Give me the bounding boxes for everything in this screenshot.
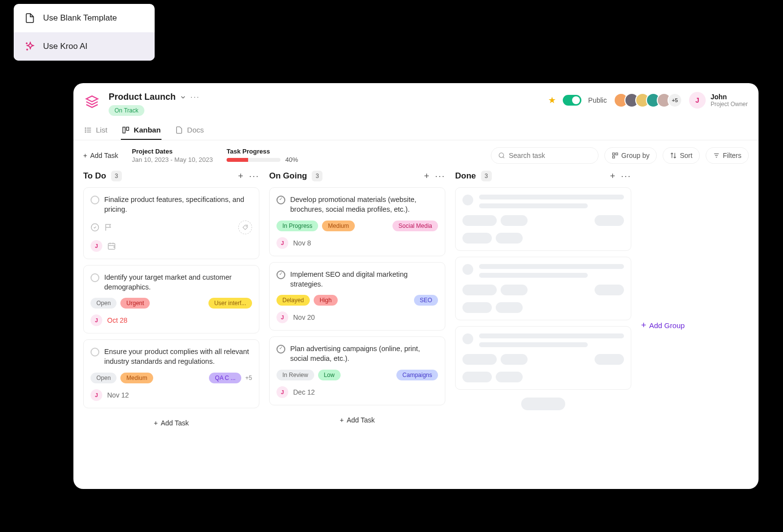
public-toggle[interactable]	[563, 95, 581, 106]
owner-name: John	[711, 93, 748, 101]
avatar-stack[interactable]: +5	[614, 93, 682, 108]
more-icon[interactable]: ···	[190, 93, 200, 102]
assignee-avatar[interactable]: J	[276, 386, 288, 398]
priority-tag: Medium	[322, 221, 355, 231]
label-tag: User interf...	[208, 298, 252, 309]
tab-docs-label: Docs	[187, 126, 204, 134]
label-tag: Social Media	[392, 221, 438, 231]
column-ongoing: On Going 3 + ··· Develop promotional mat…	[269, 171, 445, 479]
tab-list[interactable]: List	[83, 121, 108, 140]
assignee-avatar[interactable]: J	[91, 240, 102, 252]
task-progress: Task Progress 40%	[227, 148, 298, 163]
filters-button[interactable]: Filters	[706, 147, 749, 164]
column-add-task[interactable]: + Add Task	[269, 411, 445, 429]
task-date: Dec 12	[293, 388, 315, 396]
plus-icon: +	[154, 419, 158, 427]
status-tag: In Review	[276, 370, 314, 380]
task-card[interactable]: Implement SEO and digital marketing stra…	[269, 262, 445, 331]
task-checkbox[interactable]	[276, 270, 285, 279]
add-task-button[interactable]: + Add Task	[83, 152, 118, 159]
project-header: Product Launch ··· On Track ★ Public +5	[73, 83, 759, 116]
status-icon[interactable]	[91, 223, 99, 232]
status-chip: On Track	[109, 105, 144, 116]
task-card[interactable]: Plan advertising campaigns (online, prin…	[269, 336, 445, 405]
assignee-avatar[interactable]: J	[91, 314, 102, 326]
task-date: Nov 8	[293, 239, 311, 247]
priority-tag: Low	[318, 370, 341, 380]
app-window: Product Launch ··· On Track ★ Public +5	[73, 83, 759, 489]
project-dates-label: Project Dates	[132, 148, 213, 155]
assignee-avatar[interactable]: J	[276, 311, 288, 323]
search-input[interactable]	[509, 152, 591, 159]
chevron-down-icon[interactable]	[180, 94, 186, 101]
label-tag: SEO	[414, 295, 438, 306]
skeleton-card	[455, 257, 631, 320]
skeleton-card	[455, 187, 631, 251]
assignee-avatar[interactable]: J	[91, 389, 102, 401]
sort-button[interactable]: Sort	[663, 147, 700, 164]
grid-icon	[612, 152, 619, 159]
ai-template-label: Use Kroo AI	[43, 42, 88, 51]
column-add-task[interactable]: + Add Task	[83, 414, 259, 432]
svg-point-3	[85, 128, 86, 128]
owner-block[interactable]: J John Project Owner	[689, 92, 748, 109]
group-by-button[interactable]: Group by	[604, 147, 657, 164]
project-dates: Project Dates Jan 10, 2023 - May 10, 202…	[132, 148, 213, 163]
task-checkbox[interactable]	[276, 345, 285, 354]
svg-rect-7	[127, 127, 129, 131]
column-more-icon[interactable]: ···	[435, 171, 445, 181]
owner-avatar: J	[689, 92, 706, 109]
blank-template-option[interactable]: Use Blank Template	[14, 4, 155, 32]
flag-icon[interactable]	[104, 223, 113, 232]
task-date: Nov 20	[293, 313, 315, 321]
svg-rect-12	[612, 156, 614, 158]
column-todo-count: 3	[111, 171, 122, 181]
assignee-avatar[interactable]: J	[276, 237, 288, 249]
column-add-icon[interactable]: +	[238, 171, 243, 181]
column-add-icon[interactable]: +	[610, 171, 615, 181]
project-icon	[82, 92, 102, 111]
tab-docs[interactable]: Docs	[174, 121, 205, 140]
task-title: Plan advertising campaigns (online, prin…	[290, 344, 438, 364]
column-ongoing-count: 3	[312, 171, 322, 181]
task-card[interactable]: Ensure your product complies with all re…	[83, 339, 259, 408]
column-todo: To Do 3 + ··· Finalize product features,…	[83, 171, 259, 479]
date-button[interactable]	[107, 242, 116, 250]
column-ongoing-title: On Going	[269, 171, 307, 181]
tab-kanban[interactable]: Kanban	[121, 121, 161, 140]
task-checkbox[interactable]	[91, 348, 99, 356]
task-card[interactable]: Identify your target market and customer…	[83, 265, 259, 334]
blank-template-label: Use Blank Template	[43, 13, 117, 23]
filter-icon	[713, 152, 720, 159]
tag-button[interactable]	[238, 221, 252, 234]
view-tabs: List Kanban Docs	[73, 116, 759, 140]
priority-tag: Medium	[120, 373, 153, 383]
column-more-icon[interactable]: ···	[621, 171, 631, 181]
status-tag: Open	[91, 373, 116, 383]
tab-list-label: List	[96, 126, 107, 134]
status-tag: In Progress	[276, 221, 318, 231]
file-icon	[23, 12, 36, 24]
task-card[interactable]: Finalize product features, specification…	[83, 187, 259, 259]
task-checkbox[interactable]	[91, 273, 99, 282]
ai-template-option[interactable]: Use Kroo AI	[14, 32, 155, 61]
add-group-button[interactable]: + Add Group	[641, 171, 685, 479]
avatar-more[interactable]: +5	[668, 93, 682, 108]
task-card[interactable]: Develop promotional materials (website, …	[269, 187, 445, 256]
more-tags[interactable]: +5	[245, 375, 252, 381]
priority-tag: High	[314, 295, 338, 306]
sparkle-icon	[23, 40, 36, 53]
svg-point-4	[85, 130, 86, 130]
star-icon[interactable]: ★	[548, 95, 556, 106]
column-done-title: Done	[455, 171, 476, 181]
plus-icon: +	[641, 320, 646, 331]
plus-icon: +	[340, 416, 344, 424]
skeleton-card	[455, 326, 631, 390]
column-more-icon[interactable]: ···	[249, 171, 259, 181]
task-checkbox[interactable]	[276, 196, 285, 204]
owner-role: Project Owner	[711, 101, 748, 108]
search-box[interactable]	[491, 147, 599, 164]
svg-rect-6	[123, 127, 125, 133]
task-checkbox[interactable]	[91, 196, 99, 204]
column-add-icon[interactable]: +	[424, 171, 429, 181]
